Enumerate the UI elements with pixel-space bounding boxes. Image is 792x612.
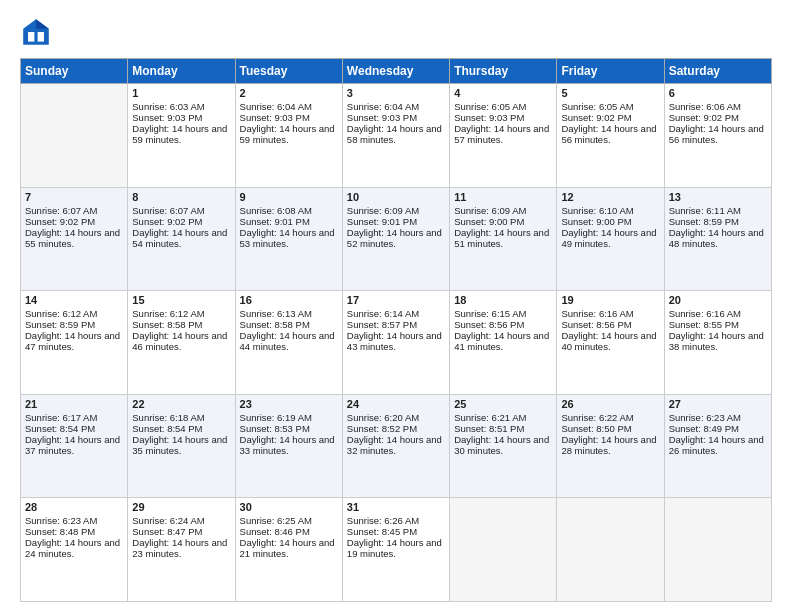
header-row: SundayMondayTuesdayWednesdayThursdayFrid…: [21, 59, 772, 84]
daylight: Daylight: 14 hours and 54 minutes.: [132, 227, 227, 249]
sunrise: Sunrise: 6:21 AM: [454, 412, 526, 423]
sunset: Sunset: 8:45 PM: [347, 526, 417, 537]
sunset: Sunset: 8:54 PM: [132, 423, 202, 434]
day-cell: 29Sunrise: 6:24 AMSunset: 8:47 PMDayligh…: [128, 498, 235, 602]
day-cell: 3Sunrise: 6:04 AMSunset: 9:03 PMDaylight…: [342, 84, 449, 188]
day-cell: 8Sunrise: 6:07 AMSunset: 9:02 PMDaylight…: [128, 187, 235, 291]
sunset: Sunset: 8:47 PM: [132, 526, 202, 537]
day-number: 18: [454, 294, 552, 306]
sunrise: Sunrise: 6:25 AM: [240, 515, 312, 526]
day-number: 23: [240, 398, 338, 410]
daylight: Daylight: 14 hours and 35 minutes.: [132, 434, 227, 456]
week-row-3: 14Sunrise: 6:12 AMSunset: 8:59 PMDayligh…: [21, 291, 772, 395]
day-cell: 15Sunrise: 6:12 AMSunset: 8:58 PMDayligh…: [128, 291, 235, 395]
day-number: 3: [347, 87, 445, 99]
day-cell: 11Sunrise: 6:09 AMSunset: 9:00 PMDayligh…: [450, 187, 557, 291]
sunrise: Sunrise: 6:10 AM: [561, 205, 633, 216]
day-number: 4: [454, 87, 552, 99]
sunrise: Sunrise: 6:24 AM: [132, 515, 204, 526]
day-number: 1: [132, 87, 230, 99]
day-cell: 25Sunrise: 6:21 AMSunset: 8:51 PMDayligh…: [450, 394, 557, 498]
day-cell: 12Sunrise: 6:10 AMSunset: 9:00 PMDayligh…: [557, 187, 664, 291]
daylight: Daylight: 14 hours and 43 minutes.: [347, 330, 442, 352]
sunset: Sunset: 8:53 PM: [240, 423, 310, 434]
daylight: Daylight: 14 hours and 33 minutes.: [240, 434, 335, 456]
daylight: Daylight: 14 hours and 53 minutes.: [240, 227, 335, 249]
daylight: Daylight: 14 hours and 32 minutes.: [347, 434, 442, 456]
day-number: 30: [240, 501, 338, 513]
day-number: 26: [561, 398, 659, 410]
sunset: Sunset: 8:52 PM: [347, 423, 417, 434]
calendar-table: SundayMondayTuesdayWednesdayThursdayFrid…: [20, 58, 772, 602]
col-header-saturday: Saturday: [664, 59, 771, 84]
sunrise: Sunrise: 6:22 AM: [561, 412, 633, 423]
day-number: 10: [347, 191, 445, 203]
sunset: Sunset: 9:01 PM: [347, 216, 417, 227]
daylight: Daylight: 14 hours and 28 minutes.: [561, 434, 656, 456]
sunset: Sunset: 9:03 PM: [347, 112, 417, 123]
daylight: Daylight: 14 hours and 48 minutes.: [669, 227, 764, 249]
sunset: Sunset: 9:00 PM: [561, 216, 631, 227]
day-cell: [450, 498, 557, 602]
header: [20, 16, 772, 48]
day-cell: 7Sunrise: 6:07 AMSunset: 9:02 PMDaylight…: [21, 187, 128, 291]
day-number: 24: [347, 398, 445, 410]
day-number: 17: [347, 294, 445, 306]
logo: [20, 16, 56, 48]
sunset: Sunset: 8:51 PM: [454, 423, 524, 434]
day-cell: 30Sunrise: 6:25 AMSunset: 8:46 PMDayligh…: [235, 498, 342, 602]
sunset: Sunset: 9:02 PM: [669, 112, 739, 123]
day-cell: 24Sunrise: 6:20 AMSunset: 8:52 PMDayligh…: [342, 394, 449, 498]
sunset: Sunset: 9:03 PM: [132, 112, 202, 123]
daylight: Daylight: 14 hours and 55 minutes.: [25, 227, 120, 249]
day-cell: [557, 498, 664, 602]
svg-rect-2: [28, 32, 34, 42]
day-number: 8: [132, 191, 230, 203]
day-cell: 20Sunrise: 6:16 AMSunset: 8:55 PMDayligh…: [664, 291, 771, 395]
day-cell: 1Sunrise: 6:03 AMSunset: 9:03 PMDaylight…: [128, 84, 235, 188]
day-number: 7: [25, 191, 123, 203]
sunset: Sunset: 9:00 PM: [454, 216, 524, 227]
svg-marker-1: [36, 19, 49, 29]
sunset: Sunset: 8:58 PM: [240, 319, 310, 330]
sunrise: Sunrise: 6:16 AM: [669, 308, 741, 319]
daylight: Daylight: 14 hours and 57 minutes.: [454, 123, 549, 145]
daylight: Daylight: 14 hours and 40 minutes.: [561, 330, 656, 352]
day-number: 21: [25, 398, 123, 410]
day-cell: 13Sunrise: 6:11 AMSunset: 8:59 PMDayligh…: [664, 187, 771, 291]
sunset: Sunset: 8:57 PM: [347, 319, 417, 330]
sunset: Sunset: 8:59 PM: [25, 319, 95, 330]
sunrise: Sunrise: 6:05 AM: [561, 101, 633, 112]
daylight: Daylight: 14 hours and 24 minutes.: [25, 537, 120, 559]
col-header-tuesday: Tuesday: [235, 59, 342, 84]
daylight: Daylight: 14 hours and 41 minutes.: [454, 330, 549, 352]
sunrise: Sunrise: 6:19 AM: [240, 412, 312, 423]
daylight: Daylight: 14 hours and 56 minutes.: [561, 123, 656, 145]
daylight: Daylight: 14 hours and 23 minutes.: [132, 537, 227, 559]
day-cell: 21Sunrise: 6:17 AMSunset: 8:54 PMDayligh…: [21, 394, 128, 498]
daylight: Daylight: 14 hours and 46 minutes.: [132, 330, 227, 352]
sunset: Sunset: 9:02 PM: [132, 216, 202, 227]
day-cell: [664, 498, 771, 602]
sunset: Sunset: 8:54 PM: [25, 423, 95, 434]
sunrise: Sunrise: 6:14 AM: [347, 308, 419, 319]
sunset: Sunset: 9:03 PM: [454, 112, 524, 123]
sunset: Sunset: 8:59 PM: [669, 216, 739, 227]
sunrise: Sunrise: 6:18 AM: [132, 412, 204, 423]
sunrise: Sunrise: 6:11 AM: [669, 205, 741, 216]
page: SundayMondayTuesdayWednesdayThursdayFrid…: [0, 0, 792, 612]
daylight: Daylight: 14 hours and 58 minutes.: [347, 123, 442, 145]
sunset: Sunset: 8:58 PM: [132, 319, 202, 330]
sunrise: Sunrise: 6:13 AM: [240, 308, 312, 319]
sunrise: Sunrise: 6:04 AM: [347, 101, 419, 112]
day-number: 25: [454, 398, 552, 410]
sunrise: Sunrise: 6:05 AM: [454, 101, 526, 112]
week-row-2: 7Sunrise: 6:07 AMSunset: 9:02 PMDaylight…: [21, 187, 772, 291]
week-row-4: 21Sunrise: 6:17 AMSunset: 8:54 PMDayligh…: [21, 394, 772, 498]
day-cell: 16Sunrise: 6:13 AMSunset: 8:58 PMDayligh…: [235, 291, 342, 395]
sunrise: Sunrise: 6:09 AM: [347, 205, 419, 216]
sunrise: Sunrise: 6:26 AM: [347, 515, 419, 526]
sunrise: Sunrise: 6:12 AM: [132, 308, 204, 319]
week-row-5: 28Sunrise: 6:23 AMSunset: 8:48 PMDayligh…: [21, 498, 772, 602]
sunset: Sunset: 8:46 PM: [240, 526, 310, 537]
